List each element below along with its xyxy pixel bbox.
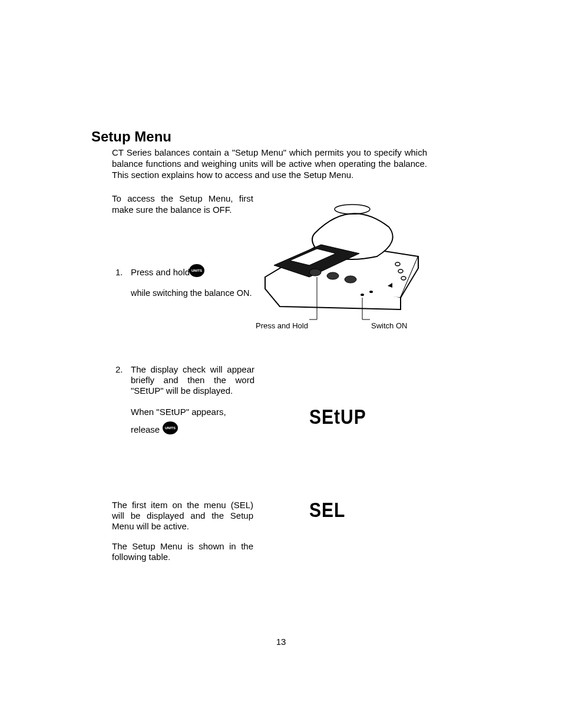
step-2-number: 2. xyxy=(115,364,123,374)
step-1-number: 1. xyxy=(115,267,123,277)
lcd-display-sel: SEL xyxy=(309,498,345,521)
step-2-text-c: release xyxy=(131,424,160,434)
figure-label-press-hold: Press and Hold xyxy=(256,321,308,330)
svg-point-10 xyxy=(361,294,364,296)
step-4-text: The Setup Menu is shown in the following… xyxy=(112,541,253,562)
step-1-text-a: Press and hold xyxy=(131,267,190,277)
step-2-text-a: The display check will appear briefly an… xyxy=(131,364,254,396)
step-1-text-b: while switching the balance ON. xyxy=(131,288,260,298)
figure-label-switch-on: Switch ON xyxy=(371,321,407,330)
access-instruction: To access the Setup Menu, first make sur… xyxy=(112,193,253,216)
section-heading: Setup Menu xyxy=(91,129,171,145)
units-button-icon: UNITS xyxy=(162,421,178,437)
svg-point-9 xyxy=(369,291,373,293)
svg-point-5 xyxy=(345,276,356,283)
svg-point-2 xyxy=(335,205,370,214)
lcd-display-setup: SEtUP xyxy=(309,405,366,428)
manual-page: Setup Menu CT Series balances contain a … xyxy=(0,0,562,728)
step-2-text-b: When "SEtUP" appears, xyxy=(131,407,226,417)
svg-point-4 xyxy=(327,272,339,279)
svg-text:UNITS: UNITS xyxy=(191,269,202,272)
units-button-icon: UNITS xyxy=(189,263,205,280)
page-number: 13 xyxy=(0,637,562,647)
svg-text:UNITS: UNITS xyxy=(165,426,176,430)
svg-point-3 xyxy=(309,269,321,276)
step-3-text: The first item on the menu (SEL) will be… xyxy=(112,500,253,532)
balance-illustration xyxy=(253,200,430,318)
intro-paragraph: CT Series balances contain a "Setup Menu… xyxy=(112,147,427,180)
